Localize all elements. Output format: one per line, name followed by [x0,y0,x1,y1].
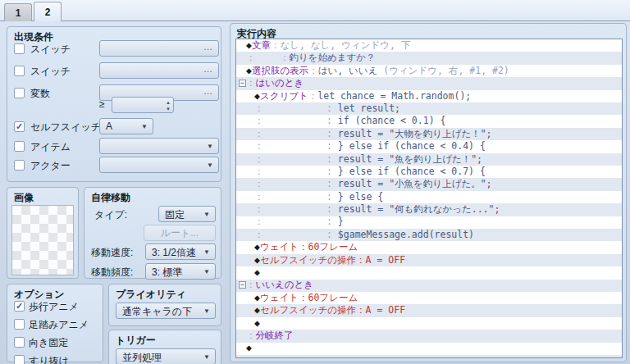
command-row[interactable]: ：：釣りを始めますか？ [236,52,622,64]
command-row[interactable]: ：: result = "大物を釣り上げた！"; [236,128,622,140]
command-row[interactable]: ◆ [236,317,622,330]
command-text: : [326,153,338,165]
command-row[interactable]: ：分岐終了 [236,330,622,342]
collapse-icon[interactable]: − [239,80,246,87]
switch1-checkbox[interactable]: ✓ [14,43,25,54]
command-text: ウェイト：60フレーム [260,241,358,253]
command-row[interactable]: ：: result = "何も釣れなかった..."; [236,203,622,216]
command-row[interactable]: ：: } [236,216,622,228]
command-row[interactable]: ◆セルフスイッチの操作：A = OFF [236,304,622,316]
variable-label: 変数 [30,87,50,101]
trigger-group: トリガー 並列処理 ▼ [108,330,221,364]
movement-speed-label: 移動速度: [91,246,133,260]
command-row[interactable]: ◆ウェイト：60フレーム [236,241,622,253]
options-group: オプション ✓ 歩行アニメ ✓ 足踏みアニメ ✓ 向き固定 ✓ すり抜け [7,284,103,362]
actor-checkbox[interactable]: ✓ [14,160,25,171]
trigger-title: トリガー [116,334,156,348]
command-row[interactable]: −：はいのとき [236,77,622,89]
command-text: スクリプト [260,90,308,102]
priority-group: プライオリティ 通常キャラの下 ▼ [108,284,221,326]
command-text: : [326,128,338,139]
command-row[interactable]: ：: let result; [236,102,622,115]
chevron-down-icon: ▼ [203,248,210,256]
step-anim-checkbox[interactable]: ✓ [14,319,25,330]
actor-select[interactable]: ▼ [99,157,219,173]
command-text: ： [254,191,326,203]
command-text: ： [246,52,280,64]
command-row[interactable]: ：: } else if (chance < 0.7) { [236,166,622,178]
spin-up-icon[interactable]: ▲ [166,99,171,106]
command-row[interactable]: ◆スクリプト：let chance = Math.random(); [236,90,622,102]
command-list[interactable]: ◆文章：なし, なし, ウィンドウ, 下：：釣りを始めますか？◆選択肢の表示：は… [235,39,623,358]
command-row[interactable]: ◆ [236,342,622,354]
command-text: ： [254,166,326,178]
command-row[interactable]: −：いいえのとき [236,279,622,291]
route-button[interactable]: ルート... [144,225,216,241]
item-select[interactable]: ▼ [99,138,219,154]
command-row[interactable]: ：: $gameMessage.add(result) [236,229,622,241]
step-anim-label: 足踏みアニメ [29,318,89,332]
image-group: 画像 [7,187,79,279]
command-text: ： [254,128,326,140]
movement-type-select[interactable]: 固定 ▼ [158,206,216,222]
command-text: 選択肢の表示 [252,65,308,76]
command-text: : [326,229,338,240]
command-text: : [326,166,338,177]
command-text: : [326,191,338,202]
collapse-icon[interactable]: − [239,281,246,289]
command-row[interactable]: ◆選択肢の表示：はい, いいえ (ウィンドウ, 右, #1, #2) [236,65,622,77]
switch2-checkbox[interactable]: ✓ [14,66,25,76]
command-row[interactable]: ◆ウェイト：60フレーム [236,292,622,304]
command-row[interactable]: ：: } else { [236,191,622,203]
tab-page-1[interactable]: 1 [4,3,32,21]
movement-freq-select[interactable]: 3: 標準 ▼ [145,263,216,280]
browse-icon: … [203,64,213,74]
command-text: ウェイト：60フレーム [260,292,358,303]
command-text: ◆ [246,65,252,76]
command-text: ◆ [246,39,252,51]
command-text: ◆ [254,266,260,278]
trigger-select[interactable]: 並列処理 ▼ [116,348,216,364]
command-text: ◆ [246,342,252,353]
command-text: 分岐終了 [256,330,294,341]
command-text: ◆ [254,241,260,253]
command-text: ： [254,216,326,228]
command-row[interactable]: ：: if (chance < 0.1) { [236,115,622,127]
command-row[interactable]: ◆ [236,266,622,279]
direction-fix-checkbox[interactable]: ✓ [14,337,25,348]
spin-down-icon[interactable]: ▼ [166,106,171,112]
chevron-down-icon: ▼ [141,123,148,130]
movement-group: 自律移動 タイプ: 固定 ▼ ルート... 移動速度: 3: 1/2倍速 ▼ 移… [84,187,221,279]
command-row[interactable]: ◆セルフスイッチの操作：A = OFF [236,254,622,266]
browse-icon: … [203,42,213,52]
command-text: ： [254,115,326,127]
command-text: ： [246,77,256,89]
tab-page-2[interactable]: 2 [34,2,62,21]
command-row[interactable]: ◆文章：なし, なし, ウィンドウ, 下 [236,39,622,52]
command-row[interactable]: ：: result = "小魚を釣り上げた。"; [236,178,622,190]
priority-select[interactable]: 通常キャラの下 ▼ [116,303,216,319]
character-image-box[interactable] [11,205,74,275]
switch1-field[interactable]: … [99,40,219,57]
switch2-field[interactable]: … [99,62,219,79]
movement-speed-select[interactable]: 3: 1/2倍速 ▼ [145,243,216,260]
command-text: ： [280,52,290,63]
movement-type-label: タイプ: [94,208,127,222]
command-row[interactable]: ：: result = "魚を釣り上げた！"; [236,153,622,166]
commands-group: 実行内容 ◆文章：なし, なし, ウィンドウ, 下：：釣りを始めますか？◆選択肢… [230,23,627,362]
command-row[interactable]: ：: } else if (chance < 0.4) { [236,140,622,152]
command-text: セルフスイッチの操作：A = OFF [260,304,405,316]
command-text: : [326,216,338,227]
walk-anim-checkbox[interactable]: ✓ [14,301,25,312]
through-label: すり抜け [29,354,69,364]
through-checkbox[interactable]: ✓ [14,355,25,364]
item-checkbox[interactable]: ✓ [14,141,25,152]
direction-fix-label: 向き固定 [29,336,68,350]
self-switch-checkbox[interactable]: ✓ [14,121,25,132]
self-switch-select[interactable]: A ▼ [99,118,153,134]
variable-checkbox[interactable]: ✓ [14,88,25,98]
event-page-content: 出現条件 ✓ スイッチ … ✓ スイッチ … ✓ 変数 … ≥ ▲▼ [0,21,630,364]
variable-amount-spinner[interactable]: ▲▼ [112,97,174,113]
command-text: はいのとき [256,77,304,89]
command-text: } [338,216,344,227]
